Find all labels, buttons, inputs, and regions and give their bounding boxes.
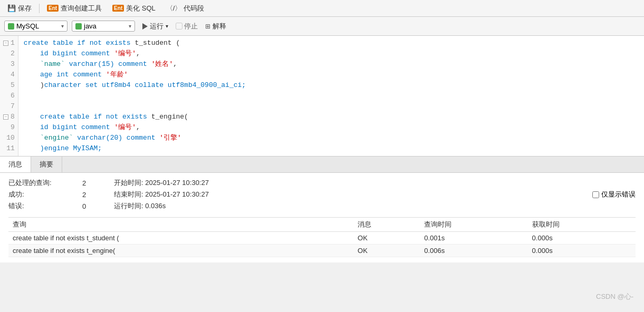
run-label: 运行 [150, 22, 164, 31]
line-number: 7 [3, 101, 15, 112]
table-cell: 0.006s [420, 245, 527, 257]
query-builder-button[interactable]: Ent 查询创建工具 [44, 3, 105, 14]
table-cell: 0.001s [420, 232, 527, 245]
mysql-chevron: ▾ [61, 23, 64, 29]
mysql-dot [8, 23, 14, 30]
bottom-tabs: 消息摘要 [0, 156, 644, 173]
stat-value: 2 [82, 191, 114, 199]
save-button[interactable]: 💾 保存 [4, 3, 35, 14]
run-button[interactable]: 运行 ▾ [139, 21, 171, 32]
run-triangle-icon [142, 23, 148, 30]
table-header: 获取时间 [528, 218, 636, 232]
top-toolbar: 💾 保存 Ent 查询创建工具 Ent 美化 SQL 〈/〉 代码段 [0, 0, 644, 17]
table-cell: OK [353, 232, 420, 245]
table-cell: OK [353, 245, 420, 257]
code-line: `engine` varchar(20) comment '引擎' [24, 133, 639, 143]
table-cell: create table if not exists t_engine( [8, 245, 353, 257]
results-area: 已处理的查询:2开始时间: 2025-01-27 10:30:27成功:2结束时… [0, 173, 644, 262]
table-row: create table if not exists t_engine(OK0.… [8, 245, 636, 257]
line-number: 11 [3, 143, 15, 154]
line-number: 5 [3, 80, 15, 91]
stat-extra: 仅显示错误 [272, 190, 636, 199]
code-line [24, 101, 639, 112]
line-number: −1 [3, 38, 15, 48]
only-errors-label: 仅显示错误 [601, 190, 636, 199]
beautify-button[interactable]: Ent 美化 SQL [109, 3, 159, 14]
fold-button[interactable]: − [3, 41, 8, 46]
query-builder-label: 查询创建工具 [61, 4, 102, 13]
run-dropdown-icon: ▾ [166, 23, 168, 29]
code-line: id bigint comment '编号', [24, 122, 639, 133]
toolbar-sep-1 [39, 4, 40, 13]
java-chevron: ▾ [129, 23, 131, 29]
table-header: 消息 [353, 218, 420, 232]
code-line: `name` varchar(15) comment '姓名', [24, 59, 639, 70]
code-segment-icon: 〈/〉 [166, 4, 182, 13]
code-line: create table if not exists t_student ( [24, 38, 639, 48]
line-number: −8 [3, 112, 15, 122]
line-number: 3 [3, 59, 15, 70]
stats-grid: 已处理的查询:2开始时间: 2025-01-27 10:30:27成功:2结束时… [8, 178, 636, 211]
java-select[interactable]: java ▾ [72, 21, 135, 32]
fold-button[interactable]: − [3, 114, 8, 120]
stat-col2-label: 运行时间: 0.036s [114, 201, 272, 211]
code-segment-label: 代码段 [184, 4, 204, 13]
query-builder-badge: Ent [47, 5, 59, 12]
code-line: id bigint comment '编号', [24, 48, 639, 59]
mysql-label: MySQL [16, 22, 39, 30]
save-icon: 💾 [7, 4, 16, 12]
table-cell: 0.000s [528, 245, 636, 257]
explain-button[interactable]: ⊞ 解释 [202, 21, 229, 32]
bottom-tab-摘要[interactable]: 摘要 [31, 157, 62, 172]
only-errors-container: 仅显示错误 [272, 190, 636, 199]
mysql-select[interactable]: MySQL ▾ [4, 21, 68, 32]
line-number: 10 [3, 133, 15, 143]
results-table: 查询消息查询时间获取时间create table if not exists t… [8, 217, 636, 257]
java-label: java [84, 22, 97, 30]
stop-checkbox[interactable] [176, 23, 182, 30]
beautify-label: 美化 SQL [126, 4, 156, 13]
stat-value: 0 [82, 202, 114, 210]
stat-label: 成功: [8, 190, 82, 199]
save-label: 保存 [18, 4, 32, 13]
code-line: )engine MyISAM; [24, 143, 639, 154]
code-line: create table if not exists t_engine( [24, 112, 639, 122]
table-header: 查询 [8, 218, 353, 232]
table-row: create table if not exists t_student (OK… [8, 232, 636, 245]
code-line: age int comment '年龄' [24, 70, 639, 80]
code-line: )character set utf8mb4 collate utf8mb4_0… [24, 80, 639, 91]
code-line [24, 91, 639, 101]
beautify-badge: Ent [112, 5, 124, 12]
stop-label: 停止 [184, 22, 198, 31]
line-number: 9 [3, 122, 15, 133]
stat-label: 错误: [8, 201, 82, 211]
line-number: 2 [3, 48, 15, 59]
table-cell: create table if not exists t_student ( [8, 232, 353, 245]
stat-col2-label: 开始时间: 2025-01-27 10:30:27 [114, 178, 272, 188]
stat-label: 已处理的查询: [8, 178, 82, 188]
stop-control: 停止 [176, 22, 198, 31]
line-number: 6 [3, 91, 15, 101]
code-segment-button[interactable]: 〈/〉 代码段 [163, 3, 208, 14]
code-editor[interactable]: −1234567−891011create table if not exist… [0, 36, 644, 156]
bottom-tab-消息[interactable]: 消息 [0, 157, 31, 172]
stat-value: 2 [82, 179, 114, 187]
stat-col2-label: 结束时间: 2025-01-27 10:30:27 [114, 190, 272, 199]
explain-icon: ⊞ [205, 23, 210, 30]
table-header: 查询时间 [420, 218, 527, 232]
only-errors-checkbox[interactable] [592, 191, 599, 198]
table-cell: 0.000s [528, 232, 636, 245]
explain-label: 解释 [213, 22, 226, 31]
line-number: 4 [3, 70, 15, 80]
java-dot [75, 23, 82, 30]
main-toolbar: MySQL ▾ java ▾ 运行 ▾ 停止 ⊞ 解释 [0, 17, 644, 36]
